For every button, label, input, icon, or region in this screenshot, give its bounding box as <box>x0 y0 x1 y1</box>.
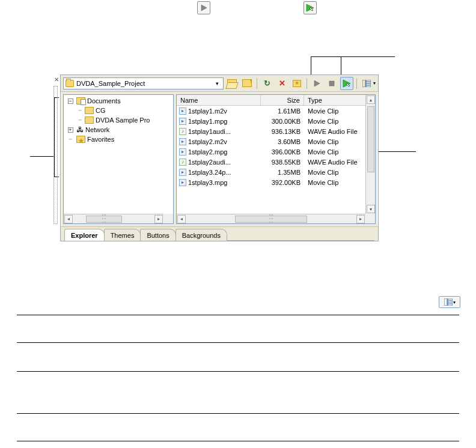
file-name: 1stplay2.mpg <box>188 148 227 156</box>
toolbar-separator <box>356 78 357 89</box>
column-type[interactable]: Type <box>304 95 375 105</box>
tree-item[interactable]: ⋯CG <box>66 106 172 115</box>
delete-button[interactable]: ✕ <box>275 77 288 90</box>
svg-rect-5 <box>362 80 365 87</box>
panel-tabs: ExplorerThemesButtonsBackgrounds <box>61 226 378 241</box>
file-name: 1stplay3.mpg <box>188 179 227 186</box>
file-name: 1stplay3.24p... <box>188 169 231 176</box>
svg-marker-1 <box>307 4 314 11</box>
file-name: 1stplay1audi... <box>188 128 231 135</box>
auto-preview-button[interactable] <box>340 77 353 90</box>
delete-icon: ✕ <box>279 79 285 88</box>
file-size: 1.61MB <box>261 107 304 115</box>
file-size: 392.00KB <box>261 179 304 186</box>
file-row[interactable]: 1stplay2.mpg396.00KBMovie Clip <box>177 147 375 157</box>
video-file-icon <box>179 107 186 115</box>
file-row[interactable]: 1stplay1.mpg300.00KBMovie Clip <box>177 116 375 126</box>
file-row[interactable]: 1stplay3.mpg392.00KBMovie Clip <box>177 177 375 187</box>
svg-rect-3 <box>329 81 334 86</box>
up-one-level-button[interactable] <box>240 77 254 90</box>
file-row[interactable]: 1stplay1audi...936.13KBWAVE Audio File <box>177 126 375 136</box>
tree-item-label: Favorites <box>87 135 114 144</box>
favorites-folder-icon: ★ <box>76 136 85 143</box>
start-preview-icon <box>197 1 210 14</box>
folder-icon <box>66 80 74 87</box>
section-divider <box>17 371 459 372</box>
stop-preview-button[interactable] <box>325 77 338 90</box>
tab-backgrounds[interactable]: Backgrounds <box>175 229 227 241</box>
open-folder-icon <box>227 79 237 87</box>
video-file-icon <box>179 169 186 176</box>
video-file-icon <box>179 138 186 145</box>
file-row[interactable]: 1stplay1.m2v1.61MBMovie Clip <box>177 106 375 116</box>
file-size: 938.55KB <box>261 159 304 166</box>
scroll-left-arrow[interactable]: ◂ <box>177 215 186 223</box>
scroll-up-arrow[interactable]: ▴ <box>367 95 375 104</box>
file-type: Movie Clip <box>304 148 375 156</box>
toolbar-separator <box>307 78 307 89</box>
open-folder-button[interactable] <box>225 77 239 90</box>
scroll-down-arrow[interactable]: ▾ <box>367 205 375 213</box>
file-type: WAVE Audio File <box>304 128 375 135</box>
tree-item[interactable]: ⋯★Favorites <box>66 135 172 144</box>
tree-item[interactable]: ⋯DVDA Sample Pro <box>66 115 172 125</box>
scroll-thumb[interactable] <box>86 216 122 223</box>
address-path: DVDA_Sample_Project <box>76 80 210 87</box>
explorer-toolbar: DVDA_Sample_Project ▾ ↻ ✕ <box>61 75 378 92</box>
scroll-thumb[interactable] <box>235 216 307 223</box>
folder-icon <box>85 117 94 124</box>
file-row[interactable]: 1stplay2audi...938.55KBWAVE Audio File <box>177 157 375 167</box>
video-file-icon <box>179 179 186 186</box>
video-file-icon <box>179 148 186 156</box>
tree-item-label: Documents <box>87 96 121 106</box>
folder-tree-pane: −Documents⋯CG⋯DVDA Sample Pro+🖧Network⋯★… <box>63 94 174 224</box>
close-panel-button[interactable]: ✕ <box>53 76 60 83</box>
file-list-vertical-scrollbar[interactable]: ▴ ▾ <box>365 95 375 214</box>
file-size: 396.00KB <box>261 148 304 156</box>
views-button[interactable] <box>360 77 373 90</box>
tree-item[interactable]: +🖧Network <box>66 125 172 135</box>
file-list-horizontal-scrollbar[interactable]: ◂ ▸ <box>177 214 365 223</box>
address-bar[interactable]: DVDA_Sample_Project ▾ <box>63 77 224 89</box>
column-name[interactable]: Name <box>177 95 261 105</box>
scroll-left-arrow[interactable]: ◂ <box>64 215 73 223</box>
file-list-pane: Name Size Type 1stplay1.m2v1.61MBMovie C… <box>176 94 376 224</box>
add-favorite-button[interactable] <box>290 77 304 90</box>
file-name: 1stplay2audi... <box>188 159 231 166</box>
tree-line: ⋯ <box>67 135 73 144</box>
scroll-right-arrow[interactable]: ▸ <box>356 215 365 223</box>
expand-icon[interactable]: + <box>68 127 73 133</box>
start-preview-button[interactable] <box>310 77 323 90</box>
section-divider <box>17 315 459 315</box>
tabbar-filler <box>227 229 374 241</box>
views-dropdown-arrow[interactable]: ▾ <box>373 80 376 86</box>
tab-explorer[interactable]: Explorer <box>64 229 105 241</box>
explorer-window: ✕ DVDA_Sample_Project ▾ ↻ ✕ <box>60 74 379 241</box>
scroll-right-arrow[interactable]: ▸ <box>154 215 163 223</box>
file-size: 936.13KB <box>261 128 304 135</box>
collapse-icon[interactable]: − <box>68 98 73 104</box>
chevron-down-icon: ▾ <box>453 300 456 305</box>
tab-buttons[interactable]: Buttons <box>140 229 175 241</box>
column-size[interactable]: Size <box>261 95 304 105</box>
views-dropdown-button[interactable]: ▾ <box>439 296 460 308</box>
tree-horizontal-scrollbar[interactable]: ◂ ▸ <box>64 214 163 223</box>
file-list-header[interactable]: Name Size Type <box>177 95 375 106</box>
file-type: Movie Clip <box>304 138 375 145</box>
file-type: Movie Clip <box>304 179 375 186</box>
callout-lead <box>373 151 416 152</box>
video-file-icon <box>179 118 186 125</box>
scroll-corner <box>163 214 173 223</box>
file-row[interactable]: 1stplay3.24p...1.35MBMovie Clip <box>177 167 375 177</box>
refresh-button[interactable]: ↻ <box>260 77 273 90</box>
section-divider <box>17 342 459 343</box>
dock-handle[interactable] <box>53 86 58 224</box>
address-dropdown-arrow[interactable]: ▾ <box>213 80 221 86</box>
file-row[interactable]: 1stplay2.m2v3.60MBMovie Clip <box>177 136 375 147</box>
file-size: 1.35MB <box>261 169 304 176</box>
scroll-thumb[interactable] <box>367 106 374 172</box>
tab-themes[interactable]: Themes <box>104 229 141 241</box>
tree-item[interactable]: −Documents <box>66 96 172 106</box>
callout-lead <box>30 156 54 157</box>
tree-item-label: DVDA Sample Pro <box>96 115 150 125</box>
